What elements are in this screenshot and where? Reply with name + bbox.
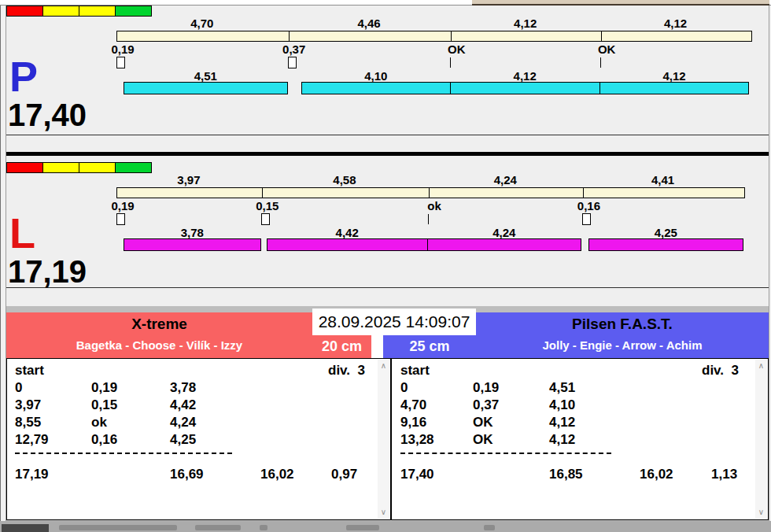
status-light <box>115 163 151 172</box>
leg-segment <box>124 238 261 251</box>
leg-segment <box>427 238 581 251</box>
split-time-label: 4,24 <box>428 174 582 186</box>
taskbar-button[interactable] <box>2 524 49 532</box>
taskbar[interactable] <box>0 521 771 532</box>
exchange-marker-label: 0,15 <box>238 200 297 212</box>
table-total-cell: 17,40 <box>400 467 434 482</box>
table-cell: 3,78 <box>170 380 196 396</box>
table-cell: 0 <box>15 380 22 396</box>
exchange-marker-tick <box>600 57 601 68</box>
results-table-right: ∧ ∨ startdiv. 300,194,514,700,374,109,16… <box>391 358 769 520</box>
taskbar-text-blur <box>484 525 495 530</box>
exchange-marker-label: OK <box>426 43 486 55</box>
scroll-down-icon[interactable]: ∨ <box>755 506 767 519</box>
split-time-label: 4,12 <box>600 17 751 29</box>
table-header-start: start <box>15 363 44 379</box>
split-time-label: 4,58 <box>261 174 428 186</box>
table-separator <box>400 453 611 454</box>
leg-time-label: 4,12 <box>599 70 750 82</box>
table-total-cell: 16,02 <box>640 467 673 482</box>
datetime-display: 28.09.2025 14:09:07 <box>312 308 476 335</box>
taskbar-text-blur <box>260 525 267 530</box>
status-light <box>79 163 115 172</box>
leg-time-label: 4,42 <box>267 227 428 238</box>
table-separator <box>15 453 232 454</box>
hurdle-height-badge: 25 cm <box>383 335 476 358</box>
table-cell: 13,28 <box>400 432 434 448</box>
status-light <box>7 6 42 16</box>
exchange-marker-box <box>261 213 270 225</box>
results-area: X-treme Bagetka - Choose - Vilík - Izzy … <box>0 306 771 521</box>
leg-segment <box>588 238 743 251</box>
lane-panel-l: L 17,19 3,974,584,244,410,190,15ok0,163,… <box>6 162 769 288</box>
leg-time-label: 4,51 <box>124 70 288 82</box>
table-cell: 4,12 <box>549 432 575 448</box>
table-header-division: div. 3 <box>328 363 365 379</box>
lane-letter: L <box>9 212 35 254</box>
table-cell: 0,19 <box>473 380 499 396</box>
table-cell: 0 <box>400 380 408 396</box>
taskbar-text-blur <box>346 525 379 530</box>
split-time-label: 4,12 <box>450 17 600 29</box>
split-segment <box>289 31 452 41</box>
leg-time-label: 4,24 <box>427 227 581 238</box>
table-scrollbar[interactable]: ∧ ∨ <box>755 360 767 519</box>
exchange-marker-box <box>582 213 591 225</box>
split-time-label: 4,41 <box>582 174 743 186</box>
timing-app-window: P 17,40 4,704,464,124,120,190,37OKOK4,51… <box>0 0 771 532</box>
hurdle-height-badge: 20 cm <box>312 335 371 358</box>
team-members: Bagetka - Choose - Vilík - Izzy <box>6 338 312 352</box>
table-cell: 8,55 <box>15 415 41 430</box>
scroll-down-icon[interactable]: ∨ <box>378 506 389 519</box>
split-segment <box>262 188 429 198</box>
exchange-marker-label: 0,19 <box>93 43 153 55</box>
scroll-up-icon[interactable]: ∧ <box>755 360 767 372</box>
leg-segment <box>450 82 600 94</box>
table-cell: 0,19 <box>91 380 117 396</box>
table-cell: OK <box>473 432 493 448</box>
split-bar <box>116 31 752 42</box>
scroll-up-icon[interactable]: ∧ <box>378 360 389 372</box>
table-cell: 4,10 <box>549 397 575 413</box>
exchange-marker-box <box>288 57 297 68</box>
status-light <box>42 6 79 16</box>
table-scrollbar[interactable]: ∧ ∨ <box>378 360 389 519</box>
table-header-start: start <box>400 363 430 379</box>
leg-time-label: 4,12 <box>450 70 600 82</box>
exchange-marker-label: 0,19 <box>93 200 153 212</box>
leg-segment <box>267 238 428 251</box>
table-cell: 4,42 <box>170 397 196 413</box>
table-total-cell: 16,85 <box>549 467 583 482</box>
status-lights <box>6 162 152 173</box>
split-time-label: 4,70 <box>116 17 288 29</box>
exchange-marker-box <box>116 213 125 225</box>
table-total-cell: 1,13 <box>711 467 737 482</box>
lane-total-time: 17,19 <box>8 256 87 287</box>
leg-segment <box>124 82 288 94</box>
table-cell: 4,24 <box>170 415 196 430</box>
table-total-cell: 0,97 <box>331 467 357 482</box>
exchange-marker-label: OK <box>577 43 636 55</box>
exchange-marker-tick <box>428 214 429 224</box>
status-light <box>42 163 79 172</box>
results-table-left: ∧ ∨ startdiv. 300,193,783,970,154,428,55… <box>6 358 391 520</box>
window-top-edge-accent <box>472 0 769 6</box>
status-light <box>115 6 151 16</box>
team-name: X-treme <box>6 316 312 333</box>
table-total-cell: 16,02 <box>260 467 294 482</box>
team-name: Pilsen F.A.S.T. <box>476 316 769 333</box>
split-segment <box>117 31 289 41</box>
lane-panel-p: P 17,40 4,704,464,124,120,190,37OKOK4,51… <box>6 6 769 135</box>
table-cell: 12,79 <box>15 432 49 448</box>
status-light <box>7 163 42 172</box>
split-segment <box>451 31 601 41</box>
table-cell: ok <box>91 415 107 430</box>
taskbar-text-blur <box>195 525 241 530</box>
table-cell: 9,16 <box>400 415 426 430</box>
leg-time-label: 3,78 <box>124 227 261 238</box>
window-left-border <box>0 6 6 532</box>
exchange-marker-label: 0,16 <box>559 200 618 212</box>
split-time-label: 3,97 <box>116 174 261 186</box>
split-segment <box>583 188 743 198</box>
table-total-cell: 17,19 <box>15 467 49 482</box>
